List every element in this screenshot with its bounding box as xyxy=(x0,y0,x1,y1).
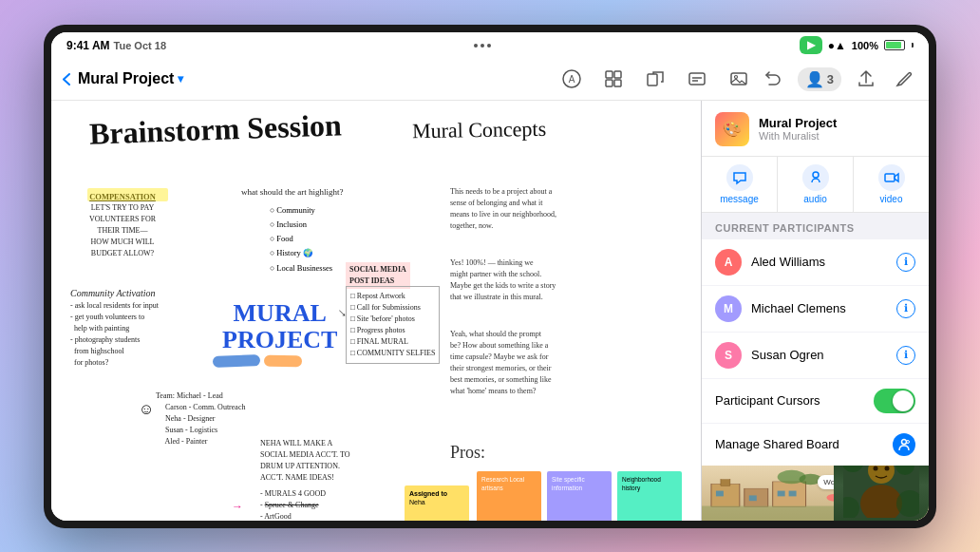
status-bar: 9:41 AM Tue Oct 18 ▶ ●▲ 100% xyxy=(51,32,929,59)
main-content: Brainstorm Session Mural Concepts what s… xyxy=(51,101,929,521)
sticky-research: Research Local artisans xyxy=(477,471,541,521)
svg-rect-25 xyxy=(789,490,797,496)
svg-rect-2 xyxy=(606,71,612,78)
participant-cursors-row: Participant Cursors xyxy=(702,379,929,424)
participant-name-susan: Susan Ogren xyxy=(751,348,887,362)
status-icons: ▶ ●▲ 100% xyxy=(800,36,914,54)
back-button[interactable] xyxy=(63,73,70,86)
svg-rect-23 xyxy=(749,495,757,501)
manage-board-row[interactable]: Manage Shared Board xyxy=(702,424,929,466)
svg-rect-13 xyxy=(885,174,895,181)
sticky-assigned: Assigned to Neha xyxy=(405,485,469,521)
toggle-thumb xyxy=(893,390,914,411)
panel-thumbnail: Wow! This looks amazing! xyxy=(702,466,929,521)
panel-actions: message audio xyxy=(702,157,929,213)
thumbnail-drawing: Wow! This looks amazing! xyxy=(702,466,929,521)
participant-name-aled: Aled Williams xyxy=(751,255,887,269)
right-text-block: This needs to be a project about a sense… xyxy=(450,186,640,232)
audio-label: audio xyxy=(803,194,826,204)
grid-tool-icon[interactable] xyxy=(600,66,627,92)
svg-point-12 xyxy=(813,172,819,178)
panel-title: Mural Project xyxy=(759,116,915,130)
mural-project-text: MURALPROJECT xyxy=(222,300,337,354)
svg-point-11 xyxy=(734,76,737,79)
svg-rect-6 xyxy=(648,74,657,86)
nav-right-actions: 👤 3 xyxy=(760,66,917,92)
participant-avatar-aled: A xyxy=(715,249,742,276)
cursors-label: Participant Cursors xyxy=(715,393,864,408)
neha-block: NEHA WILL MAKE A SOCIAL MEDIA ACC'T. TO … xyxy=(260,438,350,484)
team-block: Team: Michael - Lead Carson - Comm. Outr… xyxy=(156,390,245,447)
highlight-list: ○ Community ○ Inclusion ○ Food ○ History… xyxy=(270,203,332,276)
nav-bar: Mural Project ▾ A xyxy=(51,59,929,101)
battery-percent: 100% xyxy=(852,40,878,51)
participants-section-label: CURRENT PARTICIPANTS xyxy=(702,213,929,239)
participant-info-aled[interactable]: ℹ xyxy=(896,253,915,272)
video-label: video xyxy=(880,194,903,204)
murals-list: - MURALS 4 GOOD - Spruce & Change - ArtG… xyxy=(260,488,326,521)
panel-title-block: Mural Project With Muralist xyxy=(759,116,915,142)
share-icon[interactable] xyxy=(853,66,879,92)
mural-concepts-title: Mural Concepts xyxy=(412,116,547,143)
nav-tools: A xyxy=(558,66,752,92)
svg-point-35 xyxy=(874,466,878,471)
audio-icon xyxy=(802,164,829,191)
nav-title[interactable]: Mural Project ▾ xyxy=(78,70,183,87)
manage-board-label: Manage Shared Board xyxy=(715,437,883,451)
svg-rect-4 xyxy=(606,80,612,86)
brush-strokes xyxy=(213,355,302,367)
text-box-tool-icon[interactable] xyxy=(684,66,710,92)
pros-label: Pros: xyxy=(450,443,485,463)
participant-info-susan[interactable]: ℹ xyxy=(896,346,915,365)
svg-rect-22 xyxy=(716,490,724,496)
message-label: message xyxy=(720,194,759,204)
svg-rect-5 xyxy=(614,80,621,86)
participants-list: A Aled Williams ℹ M Michael Clemens ℹ S … xyxy=(702,239,929,379)
participant-item: A Aled Williams ℹ xyxy=(702,239,929,286)
audio-button[interactable]: audio xyxy=(778,157,854,212)
cursors-toggle[interactable] xyxy=(874,389,915,413)
status-time: 9:41 AM xyxy=(66,39,110,52)
image-tool-icon[interactable] xyxy=(726,66,752,92)
panel-avatar: 🎨 xyxy=(715,112,749,146)
status-date: Tue Oct 18 xyxy=(114,40,166,51)
svg-rect-3 xyxy=(614,71,621,78)
svg-point-36 xyxy=(885,466,890,471)
text-tool-icon[interactable]: A xyxy=(558,66,585,92)
sticky-neighborhood: Neighborhood history xyxy=(617,471,682,521)
video-button[interactable]: video xyxy=(854,157,929,212)
svg-rect-16 xyxy=(711,484,740,506)
social-media-list: □ Repost Artwork □ Call for Submissions … xyxy=(346,286,440,364)
what-highlight-text: what should the art highlight? xyxy=(241,186,343,200)
svg-point-15 xyxy=(907,440,910,443)
sticky-site: Site specific information xyxy=(547,471,612,521)
video-person xyxy=(834,466,929,521)
participant-item: M Michael Clemens ℹ xyxy=(702,286,929,333)
battery-icon xyxy=(884,40,905,50)
svg-text:A: A xyxy=(568,74,575,85)
participant-item: S Susan Ogren ℹ xyxy=(702,333,929,379)
participant-info-michael[interactable]: ℹ xyxy=(896,299,915,318)
video-thumbnail xyxy=(834,466,929,521)
svg-point-14 xyxy=(902,439,907,444)
taken-label: TAKEN xyxy=(341,519,368,521)
whiteboard[interactable]: Brainstorm Session Mural Concepts what s… xyxy=(51,101,701,521)
participant-avatar-susan: S xyxy=(715,342,742,369)
message-button[interactable]: message xyxy=(702,157,778,212)
right-text-block-2: Yes! 100%! — thinking we might partner w… xyxy=(450,257,640,303)
facetime-indicator: ▶ xyxy=(800,36,822,54)
shapes-tool-icon[interactable] xyxy=(642,66,669,92)
participant-avatar-michael: M xyxy=(715,295,742,322)
svg-rect-24 xyxy=(778,490,785,496)
participants-button[interactable]: 👤 3 xyxy=(798,67,841,91)
undo-icon[interactable] xyxy=(760,66,786,92)
edit-icon[interactable] xyxy=(891,66,917,92)
ipad-frame: 9:41 AM Tue Oct 18 ▶ ●▲ 100% xyxy=(44,25,936,528)
whiteboard-content: Brainstorm Session Mural Concepts what s… xyxy=(51,101,701,521)
svg-rect-7 xyxy=(689,73,705,85)
panel-subtitle: With Muralist xyxy=(759,130,915,142)
right-text-block-3: Yeah, what should the prompt be? How abo… xyxy=(450,329,640,397)
svg-rect-17 xyxy=(721,479,730,485)
side-panel: 🎨 Mural Project With Muralist xyxy=(701,101,929,521)
smiley-icon: ☺ xyxy=(139,401,154,418)
